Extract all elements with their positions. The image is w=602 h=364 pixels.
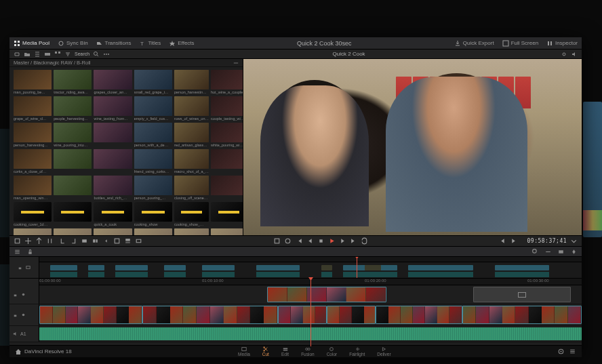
visibility-icon[interactable] — [20, 312, 26, 318]
media-pool-item[interactable]: person_harvesting… — [14, 123, 52, 147]
page-tab-cut[interactable]: Cut — [257, 346, 275, 357]
import-icon[interactable] — [14, 51, 20, 58]
source-overwrite-icon[interactable] — [135, 237, 142, 245]
main-playhead[interactable] — [310, 279, 311, 346]
settings-icon[interactable] — [561, 51, 567, 58]
source-audio[interactable] — [88, 272, 104, 277]
media-pool-item[interactable]: man_opening_win… — [14, 176, 52, 200]
boring-detector-icon[interactable] — [24, 237, 32, 245]
media-pool-item[interactable]: tractor_riding_awa… — [54, 70, 92, 94]
split-icon[interactable] — [35, 237, 43, 245]
media-pool-item[interactable]: small_red_grape_t… — [134, 70, 172, 94]
video-clip[interactable] — [39, 306, 142, 324]
track-header-v1[interactable] — [9, 304, 39, 325]
go-first-icon[interactable] — [296, 237, 303, 245]
track-header-v2[interactable] — [9, 285, 39, 304]
timecode-menu-icon[interactable] — [570, 237, 578, 245]
upper-ruler[interactable] — [39, 257, 582, 262]
title-clip[interactable] — [473, 287, 571, 302]
media-pool-item[interactable] — [211, 149, 243, 174]
strip-view-icon[interactable] — [44, 51, 51, 58]
source-clip[interactable] — [115, 265, 148, 270]
video-clip[interactable] — [267, 287, 386, 302]
media-pool-item[interactable]: hot_wine_a_couple… — [211, 70, 243, 94]
list-view-icon[interactable] — [34, 51, 41, 58]
viewer-frame[interactable] — [243, 59, 582, 235]
thumb-view-icon[interactable] — [54, 51, 61, 58]
mark-in-icon[interactable] — [59, 237, 66, 245]
play-icon[interactable] — [328, 237, 336, 245]
page-tab-media[interactable]: Media — [233, 346, 256, 357]
stop-icon[interactable] — [317, 237, 325, 245]
video-clip[interactable] — [278, 306, 327, 324]
media-pool-item[interactable]: empty_x_field_cus… — [134, 96, 172, 121]
video-clip[interactable] — [142, 306, 278, 324]
media-pool-item[interactable]: Williams_Moments_t… — [94, 228, 132, 235]
main-ruler[interactable]: 01:00:00:0001:00:10:0001:00:20:0001:00:3… — [39, 279, 582, 285]
timeline-menu-icon[interactable] — [14, 248, 21, 256]
source-audio[interactable] — [365, 272, 381, 277]
slider-icon[interactable] — [233, 60, 239, 66]
next-edit-icon[interactable] — [510, 237, 517, 245]
source-clip[interactable] — [256, 265, 300, 270]
media-pool-item[interactable]: couple_tasting_wi… — [211, 96, 243, 121]
prev-edit-icon[interactable] — [499, 237, 506, 245]
track-icon[interactable] — [25, 264, 31, 270]
media-pool-item[interactable] — [54, 202, 92, 226]
media-pool-item[interactable]: cooking_cover_1d… — [14, 202, 52, 226]
source-clip[interactable] — [88, 265, 104, 270]
video-clip[interactable] — [462, 306, 582, 324]
more-icon[interactable] — [103, 51, 110, 58]
media-pool-item[interactable]: Williams_Moments_t… — [134, 228, 172, 235]
media-pool-item[interactable]: macro_shot_of_a_… — [174, 149, 209, 174]
page-tab-color[interactable]: Color — [321, 346, 343, 357]
loop-icon[interactable] — [361, 237, 368, 245]
media-pool-item[interactable]: Williams_Moments_t… — [54, 228, 92, 235]
media-pool-item[interactable]: white_pouring_wi… — [211, 123, 243, 147]
nav-media-pool[interactable]: Media Pool — [14, 40, 49, 47]
timecode-display[interactable]: 09:58:37;41 — [527, 238, 567, 244]
lock-icon[interactable] — [26, 248, 34, 256]
media-pool-item[interactable] — [54, 176, 92, 200]
audio-clip[interactable] — [310, 327, 582, 340]
source-clip[interactable] — [408, 265, 473, 270]
jog-icon[interactable] — [284, 237, 292, 245]
video-only-icon[interactable] — [557, 248, 565, 256]
audio-trim-icon[interactable] — [544, 248, 552, 256]
lock-icon[interactable] — [12, 312, 18, 318]
append-icon[interactable] — [92, 237, 99, 245]
prev-icon[interactable] — [306, 237, 314, 245]
video-clip[interactable] — [327, 306, 376, 324]
audio-clip[interactable] — [39, 327, 310, 340]
track-header-a1[interactable]: A1 — [9, 326, 39, 342]
nav-titles[interactable]: T Titles — [139, 40, 161, 47]
video-clip[interactable] — [376, 306, 462, 324]
next-icon[interactable] — [339, 237, 346, 245]
marker-icon[interactable] — [570, 248, 578, 256]
nav-transitions[interactable]: Transitions — [96, 40, 132, 47]
media-pool-item[interactable]: red_artisan_glass… — [174, 123, 209, 147]
page-tab-fairlight[interactable]: Fairlight — [344, 346, 370, 357]
tools-icon[interactable] — [14, 237, 21, 245]
media-pool-item[interactable]: Quick2Cook… — [174, 228, 209, 235]
media-pool-item[interactable]: rows_of_wines_on… — [174, 96, 209, 121]
source-audio[interactable] — [202, 272, 235, 277]
source-audio[interactable] — [256, 272, 300, 277]
source-audio[interactable] — [50, 272, 77, 277]
media-pool-item[interactable] — [211, 228, 243, 235]
mute-icon[interactable] — [12, 331, 18, 337]
go-last-icon[interactable] — [350, 237, 357, 245]
source-audio[interactable] — [495, 272, 549, 277]
place-on-top-icon[interactable] — [124, 237, 132, 245]
source-clip[interactable] — [50, 265, 77, 270]
nav-quick-export[interactable]: Quick Export — [454, 40, 494, 47]
search-label[interactable]: Search — [75, 52, 89, 56]
source-audio[interactable] — [321, 272, 332, 277]
media-pool-item[interactable]: bottles_and_rich_… — [94, 176, 132, 200]
media-pool-item[interactable] — [54, 149, 92, 174]
close-up-icon[interactable] — [113, 237, 121, 245]
source-clip[interactable] — [321, 265, 332, 270]
search-icon[interactable] — [93, 51, 100, 58]
folder-icon[interactable] — [24, 51, 31, 58]
zoom-icon[interactable] — [531, 248, 539, 256]
